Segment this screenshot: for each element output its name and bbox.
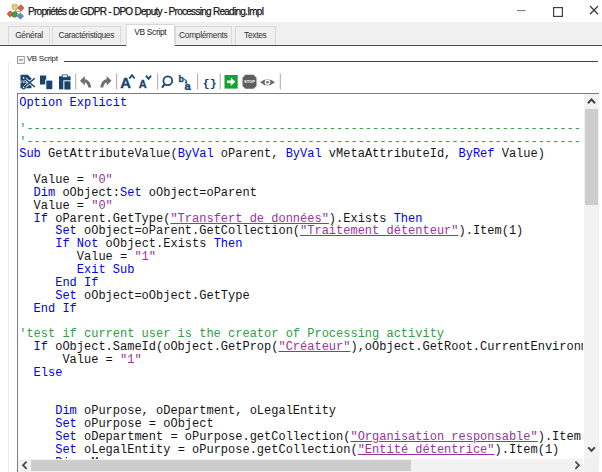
svg-text:A: A xyxy=(139,78,147,90)
svg-text:STOP: STOP xyxy=(244,79,255,84)
svg-text:a: a xyxy=(185,80,192,92)
svg-text:{}: {} xyxy=(203,77,217,90)
